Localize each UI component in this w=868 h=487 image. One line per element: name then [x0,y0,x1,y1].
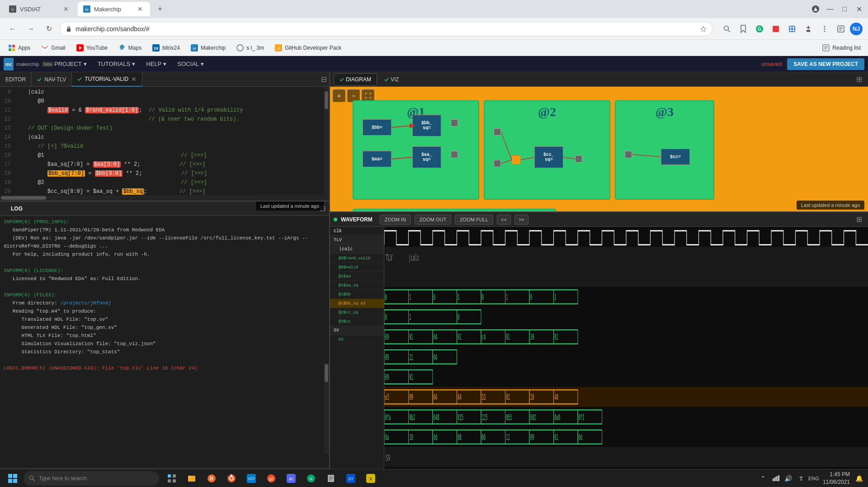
tab-makerchip[interactable]: M Makerchip ✕ [78,2,150,16]
wave-expand-icon[interactable]: ⊞ [854,214,864,225]
bookmark-bitrix[interactable]: 24 bitrix24 [148,42,184,54]
log-line-12: Translated HDL File: "top.sv" [4,315,326,323]
editor-scrollbar[interactable] [324,87,329,195]
close-button[interactable]: ✕ [854,4,864,14]
forward-button[interactable]: → [24,22,38,36]
bookmark-github[interactable]: G GitHub Developer Pack [270,42,346,54]
svg-text:e3: e3 [385,392,389,402]
tab-tutorial-close[interactable]: ✕ [131,75,137,83]
tab-makerchip-close[interactable]: ✕ [136,5,145,14]
wave-label-sv2: SV [330,335,384,344]
diagram-expand-icon[interactable]: ⊞ [854,74,864,85]
bookmark-makerchip[interactable]: M Makerchip [186,42,230,54]
taskbar-app11[interactable]: S [362,469,380,487]
nav-social[interactable]: SOCIAL ▾ [172,56,209,72]
search-icon[interactable] [720,22,734,36]
waveform-svg: TLV |calc 0 1 [384,227,868,487]
wifi-icon[interactable] [796,473,807,484]
zoom-out-btn[interactable]: ZOOM OUT [415,215,451,225]
minimize-button[interactable]: — [825,4,835,14]
tab-vsdiat-favicon: V [9,5,16,13]
svg-marker-6 [701,26,706,32]
address-bar[interactable]: makerchip.com/sandbox/# [60,22,712,36]
taskbar-sourcetree[interactable]: ST [342,469,360,487]
grammarly-icon[interactable]: G [752,22,767,36]
sound-icon[interactable]: 🔊 [783,473,794,484]
svg-text:09: 09 [530,432,534,442]
reading-list-toolbar-icon[interactable] [834,22,848,36]
conn2-box-2 [494,160,501,167]
taskbar-discord[interactable]: dc [282,469,300,487]
taskbar-git[interactable]: git [262,469,280,487]
back-button[interactable]: ← [5,22,20,36]
extensions-icon[interactable] [801,22,816,36]
wave-next-btn[interactable]: >> [514,215,528,225]
code-line-15: |calc [18,133,326,142]
editor-hscroll-thumb[interactable] [1,196,46,200]
save-as-button[interactable]: SAVE AS NEW PROJECT [787,58,864,70]
menu-icon[interactable] [817,22,832,36]
code-line-14: // DUT (Design Under Test) [18,124,326,133]
reading-list-button[interactable]: Reading list [819,42,864,54]
taskbar-task-view[interactable] [163,469,181,487]
nav-help[interactable]: HELP ▾ [141,56,172,72]
tray-up-arrow[interactable]: ⌃ [758,473,769,484]
network-icon[interactable] [770,473,781,484]
zoom-full-btn[interactable]: ZOOM FULL [455,215,493,225]
taskbar-ubuntu[interactable] [222,469,241,487]
bookmark-apps[interactable]: Apps [4,42,35,54]
editor-expand-icon[interactable]: ⊟ [318,74,329,85]
profile-avatar[interactable]: NJ [850,23,863,35]
star-icon[interactable] [700,26,707,32]
wave-title: WAVEFORM [341,216,373,223]
bookmark-maps[interactable]: Maps [114,42,146,54]
start-button[interactable] [4,469,22,487]
bookmark-sl3m[interactable]: s l_ 3m [232,42,269,54]
svg-rect-15 [793,27,794,28]
svg-rect-181 [168,474,171,478]
code-editor[interactable]: |calc @0 $valid = & $rand_valid[1:0]; //… [14,87,329,195]
zoom-in-diagram-btn[interactable]: + [333,89,345,102]
taskbar-app8[interactable]: N [302,469,320,487]
reading-list-label: Reading list [832,45,861,51]
maximize-button[interactable]: □ [839,4,850,14]
editor-hscroll[interactable] [0,195,329,201]
wave-prev-btn[interactable]: << [497,215,511,225]
taskbar-file-explorer[interactable] [183,469,201,487]
nav-project[interactable]: PROJECT ▾ [49,56,92,72]
mc-logo-text: makerchip [16,61,39,67]
log-line-18: LOGIC_ERROR(5) (UNASSIGNED-SIG): File 't… [4,364,326,372]
log-tab[interactable]: LOG [4,202,30,215]
reload-button[interactable]: ↻ [42,22,56,36]
bookmark-icon[interactable] [736,22,750,36]
taskbar-files[interactable] [322,469,340,487]
wave-signals-canvas[interactable]: TLV |calc 0 1 [384,227,868,487]
svg-text:24: 24 [154,46,158,51]
taskbar-brave[interactable]: B [203,469,221,487]
taskbar-vscode[interactable]: </> [242,469,260,487]
notification-icon[interactable]: 🔔 [854,473,864,484]
tab-nav-tlv[interactable]: NAV-TLV [32,72,72,87]
taskbar-search[interactable]: Type here to search [24,471,159,486]
clock[interactable]: 1:45 PM 11/06/2021 [823,471,850,486]
eng-label[interactable]: ENG [808,473,819,484]
bookmark-youtube[interactable]: YouTube [72,42,112,54]
tab-diagram[interactable]: DIAGRAM [334,73,377,86]
bookmark-gmail[interactable]: Gmail [37,42,70,54]
code-line-20: @2 // [>>>] [18,178,326,187]
tab-vsdiat-close[interactable]: ✕ [61,5,71,14]
tab-vsdiat[interactable]: V VSDIAT ✕ [4,2,76,16]
log-scrollbar[interactable] [324,363,329,454]
zoom-in-btn[interactable]: ZOOM IN [380,215,411,225]
log-line-7: Licensed to "Redwood EDA" as: Full Editi… [4,275,326,283]
profile-dropdown-icon[interactable] [810,4,821,14]
new-tab-button[interactable]: + [154,3,166,15]
editor-content[interactable]: 910111213 1415161718 192021222324 |calc … [0,87,329,195]
nav-tutorials[interactable]: TUTORIALS ▾ [92,56,141,72]
tab-tutorial-valid[interactable]: TUTORIAL-VALID ✕ [72,72,142,87]
tab-viz[interactable]: VIZ [379,73,405,86]
svg-rect-60 [384,267,868,287]
tab-editor[interactable]: EDITOR [0,72,32,87]
extension2-icon[interactable] [785,22,799,36]
extension1-icon[interactable] [769,22,783,36]
